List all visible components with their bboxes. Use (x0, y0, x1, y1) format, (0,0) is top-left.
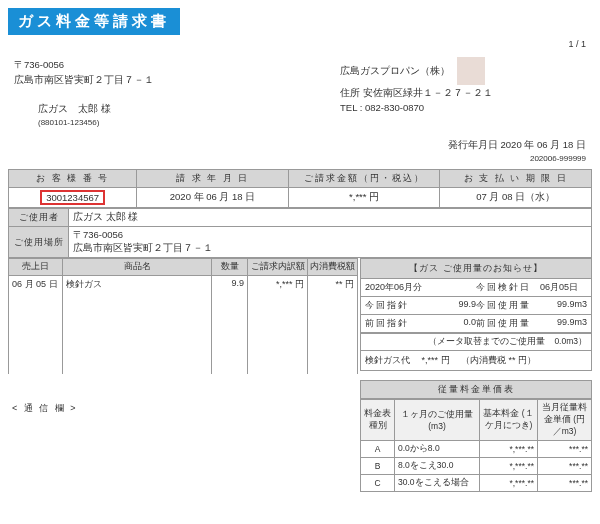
h-date: 売上日 (9, 259, 63, 276)
t-unit: ***.** (538, 457, 592, 474)
t-usage: 30.0をこえる場合 (395, 474, 480, 491)
user-name: 広ガス 太郎 様 (69, 209, 592, 227)
recipient-address: 広島市南区皆実町２丁目７－１ (14, 72, 260, 87)
usage-notice: 【ガス ご使用量のお知らせ】 2020年06月分 今回検針日 06月05日 今回… (360, 258, 592, 371)
t-unit: ***.** (538, 474, 592, 491)
company-tel: TEL : 082-830-0870 (340, 100, 586, 115)
meter-note: （メータ取替までのご使用量 0.0m3） (361, 333, 591, 350)
h-due: お 支 払 い 期 限 日 (440, 170, 592, 188)
t-class: B (361, 457, 395, 474)
cur-idx-l: 今回指針 (365, 300, 409, 310)
h-qty: 数量 (212, 259, 248, 276)
customer-number: 3001234567 (40, 190, 105, 205)
gas-fee-v: *,*** 円 (422, 355, 450, 365)
h-item: 商品名 (63, 259, 212, 276)
t-class: C (361, 474, 395, 491)
recipient-name: 広ガス 太郎 様 (38, 101, 260, 116)
h-base: 基本料金 (１ケ月につき) (480, 399, 538, 440)
user-info: ご使用者 広ガス 太郎 様 ご使用場所 〒736-0056 広島市南区皆実町２丁… (8, 208, 592, 258)
cell-item: 検針ガス (63, 276, 212, 374)
usage-title: 【ガス ご使用量のお知らせ】 (361, 259, 591, 279)
place-label: ご使用場所 (9, 227, 69, 258)
h-breakdown: ご請求内訳額 (248, 259, 308, 276)
t-usage: 0.0から8.0 (395, 440, 480, 457)
read-date: 06月05日 (540, 282, 578, 292)
h-unit: 当月従量料金単価 (円／m3) (538, 399, 592, 440)
prev-use-v: 99.9m3 (532, 317, 588, 330)
summary-bar: お 客 様 番 号 請 求 年 月 日 ご請求金額（円・税込） お 支 払 い … (8, 169, 592, 208)
place-address: 広島市南区皆実町２丁目７－１ (73, 242, 587, 255)
user-label: ご使用者 (9, 209, 69, 227)
gas-fee-l: 検針ガス代 (365, 355, 410, 365)
read-label: 今回検針日 (476, 282, 531, 292)
cell-amt: *,*** 円 (248, 276, 308, 374)
table-row: C 30.0をこえる場合 *,***.** ***.** (361, 474, 592, 491)
issue-code: 202006-999999 (8, 154, 586, 163)
cell-qty: 9.9 (212, 276, 248, 374)
table-row: A 0.0から8.0 *,***.** ***.** (361, 440, 592, 457)
document-title: ガス料金等請求書 (8, 8, 180, 35)
tariff-title: 従量料金単価表 (360, 380, 592, 399)
page-number: 1 / 1 (8, 39, 586, 49)
table-row: B 8.0をこえ30.0 *,***.** ***.** (361, 457, 592, 474)
inner-tax-l: （内消費税 (461, 355, 506, 365)
h-tax: 内消費税額 (308, 259, 358, 276)
t-usage: 8.0をこえ30.0 (395, 457, 480, 474)
cell-tax: ** 円 (308, 276, 358, 374)
h-amount: ご請求金額（円・税込） (288, 170, 440, 188)
tariff-box: 従量料金単価表 料金表種別 １ヶ月のご使用量 (m3) 基本料金 (１ケ月につき… (360, 380, 592, 492)
bill-amount: *,*** 円 (288, 188, 440, 208)
detail-table: 売上日 商品名 数量 ご請求内訳額 内消費税額 06 月 05 日 検針ガス 9… (8, 258, 358, 374)
prev-idx-l: 前回指針 (365, 318, 409, 328)
h-class: 料金表種別 (361, 399, 395, 440)
usage-month: 2020年06月分 (365, 281, 476, 294)
cur-idx-v: 99.9 (421, 299, 477, 312)
table-row: 06 月 05 日 検針ガス 9.9 *,*** 円 ** 円 (9, 276, 358, 374)
recipient-id: (880101-123456) (38, 117, 260, 130)
company-address: 住所 安佐南区緑井１－２７－２１ (340, 85, 586, 100)
t-base: *,***.** (480, 457, 538, 474)
prev-idx-v: 0.0 (421, 317, 477, 330)
issue-date: 2020 年 06 月 18 日 (501, 139, 586, 150)
header: 〒736-0056 広島市南区皆実町２丁目７－１ 広ガス 太郎 様 (88010… (8, 57, 592, 129)
due-date: 07 月 08 日（水） (440, 188, 592, 208)
h-custno: お 客 様 番 号 (9, 170, 137, 188)
company-name: 広島ガスプロパン（株） (340, 65, 450, 76)
t-unit: ***.** (538, 440, 592, 457)
cur-use-l: 今回使用量 (476, 300, 531, 310)
issue-label: 発行年月日 (448, 139, 498, 150)
t-base: *,***.** (480, 440, 538, 457)
t-base: *,***.** (480, 474, 538, 491)
inner-tax-v: ** 円） (509, 355, 537, 365)
bill-date: 2020 年 06 月 18 日 (137, 188, 289, 208)
h-billdate: 請 求 年 月 日 (137, 170, 289, 188)
communication-label: < 通 信 欄 > (12, 402, 358, 415)
company-seal (457, 57, 485, 85)
issue-date-line: 発行年月日 2020 年 06 月 18 日 (8, 139, 586, 152)
recipient-postal: 〒736-0056 (14, 57, 260, 72)
cell-date: 06 月 05 日 (9, 276, 63, 374)
t-class: A (361, 440, 395, 457)
place-postal: 〒736-0056 (73, 229, 587, 242)
cur-use-v: 99.9m3 (532, 299, 588, 312)
h-usage: １ヶ月のご使用量 (m3) (395, 399, 480, 440)
prev-use-l: 前回使用量 (476, 318, 531, 328)
